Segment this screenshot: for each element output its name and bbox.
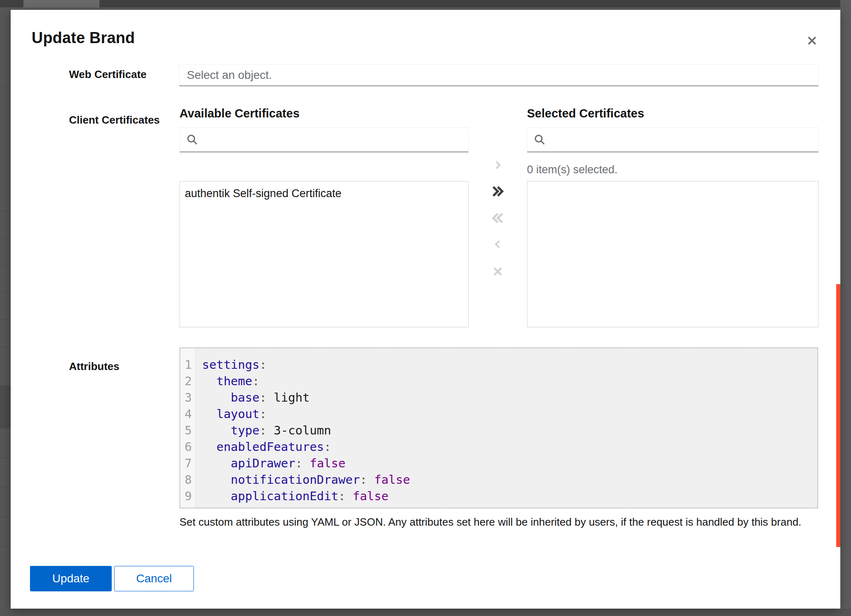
add-selected-button[interactable] (486, 156, 509, 174)
angle-double-left-icon (491, 211, 505, 225)
line-number: 8 (180, 471, 196, 488)
available-search (179, 127, 469, 152)
remove-selected-button[interactable] (486, 235, 509, 253)
angle-right-icon (492, 160, 503, 170)
available-certificates-heading: Available Certificates (179, 107, 299, 120)
line-number: 3 (180, 389, 196, 406)
line-number: 9 (180, 488, 196, 504)
code-line[interactable]: layout: (202, 406, 817, 422)
code-line[interactable]: notificationDrawer: false (202, 471, 817, 488)
backdrop-right-edge (840, 0, 851, 616)
client-certificates-label: Client Certificates (69, 114, 160, 126)
close-button[interactable] (802, 31, 822, 51)
selected-certificates-heading: Selected Certificates (527, 107, 644, 120)
code-content[interactable]: settings: theme: base: light layout: typ… (196, 348, 817, 508)
times-icon (492, 265, 504, 278)
selected-search-input[interactable] (551, 133, 812, 146)
code-line[interactable]: apiDrawer: false (202, 455, 817, 471)
attributes-code-editor[interactable]: 123456789 settings: theme: base: light l… (179, 347, 818, 508)
selected-count-status: 0 item(s) selected. (527, 163, 618, 176)
attributes-help-text: Set custom attributes using YAML or JSON… (179, 516, 816, 529)
line-number: 1 (180, 356, 196, 373)
available-list[interactable]: authentik Self-signed Certificate (179, 181, 469, 327)
line-number: 6 (180, 439, 196, 455)
line-number: 4 (180, 406, 196, 422)
cancel-button[interactable]: Cancel (114, 566, 194, 591)
available-search-input[interactable] (204, 133, 462, 146)
list-item[interactable]: authentik Self-signed Certificate (180, 182, 468, 206)
backdrop-header-block (23, 0, 99, 7)
update-brand-modal: Update Brand Web Certificate Client Cert… (11, 10, 840, 609)
search-icon (533, 133, 546, 146)
clear-selection-button[interactable] (486, 262, 509, 280)
line-number: 5 (180, 422, 196, 439)
angle-left-icon (492, 239, 503, 250)
modal-scrollbar-thumb[interactable] (836, 284, 840, 547)
angle-double-right-icon (491, 184, 505, 198)
backdrop-sidebar-edge (0, 7, 11, 616)
line-number: 2 (180, 373, 196, 389)
add-all-button[interactable] (486, 182, 509, 200)
line-number: 7 (180, 455, 196, 471)
selected-search (527, 127, 819, 152)
code-line[interactable]: settings: (202, 356, 817, 373)
remove-all-button[interactable] (486, 209, 509, 227)
backdrop-bottom-edge (0, 609, 851, 616)
web-certificate-label: Web Certificate (69, 68, 147, 81)
code-line[interactable]: theme: (202, 373, 817, 389)
close-icon (806, 34, 818, 47)
page-title: Update Brand (32, 29, 135, 47)
code-gutter: 123456789 (180, 348, 196, 508)
selected-list[interactable] (527, 181, 819, 327)
code-line[interactable]: type: 3-column (202, 422, 817, 439)
backdrop-top-bar (0, 0, 851, 7)
code-line[interactable]: applicationEdit: false (202, 488, 817, 504)
web-certificate-select[interactable] (179, 64, 819, 86)
attributes-label: Attributes (69, 360, 120, 373)
update-button[interactable]: Update (30, 566, 112, 591)
code-line[interactable]: enabledFeatures: (202, 439, 817, 455)
search-icon (186, 133, 199, 146)
code-line[interactable]: base: light (202, 389, 817, 406)
